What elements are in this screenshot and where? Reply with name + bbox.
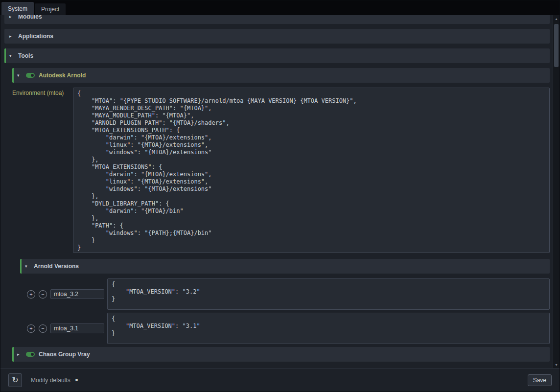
version-key-input[interactable] [50, 289, 104, 299]
settings-panel: ▸ Modules ▸ Applications ▾ Tools ▾ Autod… [0, 15, 553, 368]
expand-arrow-icon: ▾ [9, 54, 14, 58]
collapse-arrow-icon: ▸ [9, 34, 14, 39]
version-row: + − { "MTOA_VERSION": "3.2" } [20, 278, 550, 310]
version-row-controls: + − [27, 289, 104, 299]
enabled-toggle-icon[interactable] [26, 352, 35, 357]
enabled-toggle-icon[interactable] [26, 73, 35, 78]
version-row-controls: + − [27, 323, 104, 333]
section-header-chaos-group-vray[interactable]: ▸ Chaos Group Vray [12, 347, 550, 362]
add-version-button[interactable]: + [27, 290, 35, 299]
section-label-modules: Modules [18, 15, 42, 20]
toggle-knob [31, 74, 34, 77]
scrollbar-track[interactable] [553, 22, 560, 361]
arnold-content: Environment (mtoa) { "MTOA": "{PYPE_STUD… [12, 88, 550, 344]
section-header-applications[interactable]: ▸ Applications [4, 29, 550, 44]
modify-defaults-label: Modify defaults [31, 377, 70, 384]
remove-version-button[interactable]: − [39, 290, 47, 299]
settings-scroll-area: ▸ Modules ▸ Applications ▾ Tools ▾ Autod… [0, 15, 560, 368]
section-label-chaos-group-vray: Chaos Group Vray [39, 351, 90, 358]
add-version-button[interactable]: + [27, 324, 35, 333]
tab-bar: System Project [0, 0, 560, 15]
section-header-arnold-versions[interactable]: ▾ Arnold Versions [20, 259, 550, 274]
refresh-icon: ↻ [12, 375, 18, 385]
version-value-editor[interactable]: { "MTOA_VERSION": "3.2" } [107, 278, 550, 310]
scrollbar[interactable]: ▲ ▼ [553, 15, 560, 368]
version-key-input[interactable] [50, 323, 104, 333]
environment-row: Environment (mtoa) { "MTOA": "{PYPE_STUD… [12, 88, 550, 253]
tab-project[interactable]: Project [35, 3, 66, 15]
section-label-arnold-versions: Arnold Versions [34, 263, 79, 270]
environment-mtoa-editor[interactable]: { "MTOA": "{PYPE_STUDIO_SOFTWARE}/arnold… [73, 88, 550, 253]
footer-bar: ↻ Modify defaults ■ Save [0, 368, 560, 392]
toggle-knob [31, 353, 34, 356]
scrollbar-up-button[interactable]: ▲ [553, 15, 560, 22]
tools-content: ▾ Autodesk Arnold Environment (mtoa) { "… [12, 68, 550, 362]
scrollbar-down-button[interactable]: ▼ [553, 361, 560, 368]
section-label-autodesk-arnold: Autodesk Arnold [39, 72, 86, 79]
tab-system[interactable]: System [1, 2, 34, 15]
modify-defaults-checkbox[interactable]: ■ [75, 378, 78, 382]
section-header-tools[interactable]: ▾ Tools [4, 48, 550, 63]
arnold-versions-list: + − { "MTOA_VERSION": "3.2" } + − [20, 278, 550, 344]
expand-arrow-icon: ▾ [17, 73, 22, 78]
version-row: + − { "MTOA_VERSION": "3.1" } [20, 313, 550, 344]
section-header-modules[interactable]: ▸ Modules [4, 15, 550, 24]
collapse-arrow-icon: ▸ [9, 15, 14, 19]
remove-version-button[interactable]: − [39, 324, 47, 333]
save-button[interactable]: Save [528, 374, 552, 386]
settings-window: System Project ▸ Modules ▸ Applications … [0, 0, 560, 392]
expand-arrow-icon: ▾ [25, 264, 30, 269]
section-label-tools: Tools [18, 52, 33, 59]
environment-mtoa-label: Environment (mtoa) [12, 88, 73, 96]
section-label-applications: Applications [18, 33, 53, 40]
section-header-autodesk-arnold[interactable]: ▾ Autodesk Arnold [12, 68, 550, 83]
version-value-editor[interactable]: { "MTOA_VERSION": "3.1" } [107, 313, 550, 344]
scrollbar-thumb[interactable] [554, 24, 559, 67]
collapse-arrow-icon: ▸ [17, 352, 22, 357]
refresh-button[interactable]: ↻ [8, 373, 22, 387]
